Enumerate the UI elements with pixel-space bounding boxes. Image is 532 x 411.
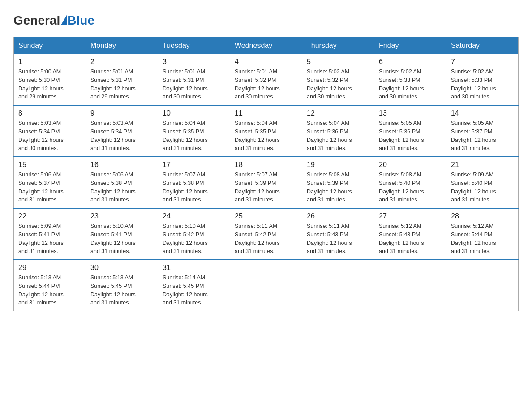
calendar-table: SundayMondayTuesdayWednesdayThursdayFrid… [13, 37, 519, 311]
calendar-cell: 11Sunrise: 5:04 AMSunset: 5:35 PMDayligh… [230, 105, 302, 157]
day-number: 27 [379, 212, 442, 220]
day-number: 28 [451, 212, 514, 220]
calendar-cell [446, 260, 519, 311]
day-info: Sunrise: 5:08 AMSunset: 5:39 PMDaylight:… [307, 171, 369, 204]
day-info: Sunrise: 5:12 AMSunset: 5:44 PMDaylight:… [451, 222, 514, 256]
day-info: Sunrise: 5:10 AMSunset: 5:42 PMDaylight:… [163, 222, 225, 256]
calendar-cell: 20Sunrise: 5:08 AMSunset: 5:40 PMDayligh… [374, 157, 446, 208]
day-number: 7 [451, 58, 514, 66]
calendar-cell: 27Sunrise: 5:12 AMSunset: 5:43 PMDayligh… [374, 208, 446, 260]
day-info: Sunrise: 5:11 AMSunset: 5:43 PMDaylight:… [307, 222, 369, 256]
calendar-header-tuesday: Tuesday [158, 37, 230, 55]
calendar-header-friday: Friday [374, 37, 446, 55]
day-info: Sunrise: 5:07 AMSunset: 5:39 PMDaylight:… [235, 171, 297, 204]
logo-general: General [13, 13, 60, 28]
calendar-cell: 14Sunrise: 5:05 AMSunset: 5:37 PMDayligh… [446, 105, 519, 157]
calendar-cell: 18Sunrise: 5:07 AMSunset: 5:39 PMDayligh… [230, 157, 302, 208]
calendar-week-row: 22Sunrise: 5:09 AMSunset: 5:41 PMDayligh… [14, 208, 519, 260]
day-info: Sunrise: 5:13 AMSunset: 5:45 PMDaylight:… [90, 274, 153, 307]
logo: GeneralBlue [13, 13, 94, 28]
calendar-header-wednesday: Wednesday [230, 37, 302, 55]
day-number: 5 [307, 58, 369, 66]
day-number: 1 [18, 58, 81, 66]
calendar-header-sunday: Sunday [14, 37, 86, 55]
day-number: 14 [451, 109, 514, 117]
day-info: Sunrise: 5:02 AMSunset: 5:33 PMDaylight:… [451, 68, 514, 101]
day-info: Sunrise: 5:01 AMSunset: 5:31 PMDaylight:… [163, 68, 225, 101]
day-info: Sunrise: 5:12 AMSunset: 5:43 PMDaylight:… [379, 222, 442, 256]
day-info: Sunrise: 5:10 AMSunset: 5:41 PMDaylight:… [90, 222, 153, 256]
day-number: 19 [307, 161, 369, 169]
calendar-cell: 4Sunrise: 5:01 AMSunset: 5:32 PMDaylight… [230, 54, 302, 105]
calendar-header-saturday: Saturday [446, 37, 519, 55]
day-info: Sunrise: 5:02 AMSunset: 5:32 PMDaylight:… [307, 68, 369, 101]
day-info: Sunrise: 5:02 AMSunset: 5:33 PMDaylight:… [379, 68, 442, 101]
day-number: 31 [163, 264, 225, 272]
calendar-cell: 9Sunrise: 5:03 AMSunset: 5:34 PMDaylight… [86, 105, 158, 157]
calendar-cell: 7Sunrise: 5:02 AMSunset: 5:33 PMDaylight… [446, 54, 519, 105]
day-info: Sunrise: 5:09 AMSunset: 5:41 PMDaylight:… [18, 222, 81, 256]
day-number: 10 [163, 109, 225, 117]
calendar-week-row: 8Sunrise: 5:03 AMSunset: 5:34 PMDaylight… [14, 105, 519, 157]
day-info: Sunrise: 5:04 AMSunset: 5:35 PMDaylight:… [163, 119, 225, 153]
logo-blue: Blue [67, 13, 94, 27]
day-number: 18 [235, 161, 297, 169]
calendar-header-row: SundayMondayTuesdayWednesdayThursdayFrid… [14, 37, 519, 55]
calendar-cell: 10Sunrise: 5:04 AMSunset: 5:35 PMDayligh… [158, 105, 230, 157]
calendar-header-monday: Monday [86, 37, 158, 55]
day-number: 4 [235, 58, 297, 66]
day-info: Sunrise: 5:11 AMSunset: 5:42 PMDaylight:… [235, 222, 297, 256]
logo-triangle-icon [61, 14, 67, 25]
day-number: 15 [18, 161, 81, 169]
day-number: 3 [163, 58, 225, 66]
calendar-cell: 2Sunrise: 5:01 AMSunset: 5:31 PMDaylight… [86, 54, 158, 105]
day-number: 26 [307, 212, 369, 220]
calendar-cell: 24Sunrise: 5:10 AMSunset: 5:42 PMDayligh… [158, 208, 230, 260]
day-number: 29 [18, 264, 81, 272]
day-info: Sunrise: 5:05 AMSunset: 5:37 PMDaylight:… [451, 119, 514, 153]
day-info: Sunrise: 5:05 AMSunset: 5:36 PMDaylight:… [379, 119, 442, 153]
calendar-cell: 26Sunrise: 5:11 AMSunset: 5:43 PMDayligh… [302, 208, 374, 260]
calendar-cell: 3Sunrise: 5:01 AMSunset: 5:31 PMDaylight… [158, 54, 230, 105]
calendar-cell: 13Sunrise: 5:05 AMSunset: 5:36 PMDayligh… [374, 105, 446, 157]
calendar-header-thursday: Thursday [302, 37, 374, 55]
day-info: Sunrise: 5:03 AMSunset: 5:34 PMDaylight:… [90, 119, 153, 153]
day-number: 8 [18, 109, 81, 117]
calendar-cell: 25Sunrise: 5:11 AMSunset: 5:42 PMDayligh… [230, 208, 302, 260]
day-number: 25 [235, 212, 297, 220]
day-info: Sunrise: 5:06 AMSunset: 5:37 PMDaylight:… [18, 171, 81, 204]
day-number: 13 [379, 109, 442, 117]
calendar-cell: 6Sunrise: 5:02 AMSunset: 5:33 PMDaylight… [374, 54, 446, 105]
day-info: Sunrise: 5:14 AMSunset: 5:45 PMDaylight:… [163, 274, 225, 307]
day-info: Sunrise: 5:04 AMSunset: 5:35 PMDaylight:… [235, 119, 297, 153]
calendar-cell: 29Sunrise: 5:13 AMSunset: 5:44 PMDayligh… [14, 260, 86, 311]
day-info: Sunrise: 5:13 AMSunset: 5:44 PMDaylight:… [18, 274, 81, 307]
day-info: Sunrise: 5:08 AMSunset: 5:40 PMDaylight:… [379, 171, 442, 204]
calendar-cell: 17Sunrise: 5:07 AMSunset: 5:38 PMDayligh… [158, 157, 230, 208]
calendar-cell: 22Sunrise: 5:09 AMSunset: 5:41 PMDayligh… [14, 208, 86, 260]
calendar-week-row: 1Sunrise: 5:00 AMSunset: 5:30 PMDaylight… [14, 54, 519, 105]
day-info: Sunrise: 5:01 AMSunset: 5:32 PMDaylight:… [235, 68, 297, 101]
calendar-cell: 5Sunrise: 5:02 AMSunset: 5:32 PMDaylight… [302, 54, 374, 105]
day-number: 6 [379, 58, 442, 66]
day-number: 17 [163, 161, 225, 169]
calendar-cell: 31Sunrise: 5:14 AMSunset: 5:45 PMDayligh… [158, 260, 230, 311]
day-info: Sunrise: 5:04 AMSunset: 5:36 PMDaylight:… [307, 119, 369, 153]
calendar-cell: 1Sunrise: 5:00 AMSunset: 5:30 PMDaylight… [14, 54, 86, 105]
day-number: 2 [90, 58, 153, 66]
day-number: 22 [18, 212, 81, 220]
calendar-cell: 30Sunrise: 5:13 AMSunset: 5:45 PMDayligh… [86, 260, 158, 311]
calendar-cell: 12Sunrise: 5:04 AMSunset: 5:36 PMDayligh… [302, 105, 374, 157]
calendar-cell: 21Sunrise: 5:09 AMSunset: 5:40 PMDayligh… [446, 157, 519, 208]
day-number: 9 [90, 109, 153, 117]
calendar-cell [230, 260, 302, 311]
calendar-cell [302, 260, 374, 311]
day-number: 24 [163, 212, 225, 220]
page-header: GeneralBlue [13, 9, 519, 28]
day-info: Sunrise: 5:09 AMSunset: 5:40 PMDaylight:… [451, 171, 514, 204]
day-info: Sunrise: 5:01 AMSunset: 5:31 PMDaylight:… [90, 68, 153, 101]
calendar-cell [374, 260, 446, 311]
calendar-week-row: 29Sunrise: 5:13 AMSunset: 5:44 PMDayligh… [14, 260, 519, 311]
day-number: 20 [379, 161, 442, 169]
day-info: Sunrise: 5:06 AMSunset: 5:38 PMDaylight:… [90, 171, 153, 204]
